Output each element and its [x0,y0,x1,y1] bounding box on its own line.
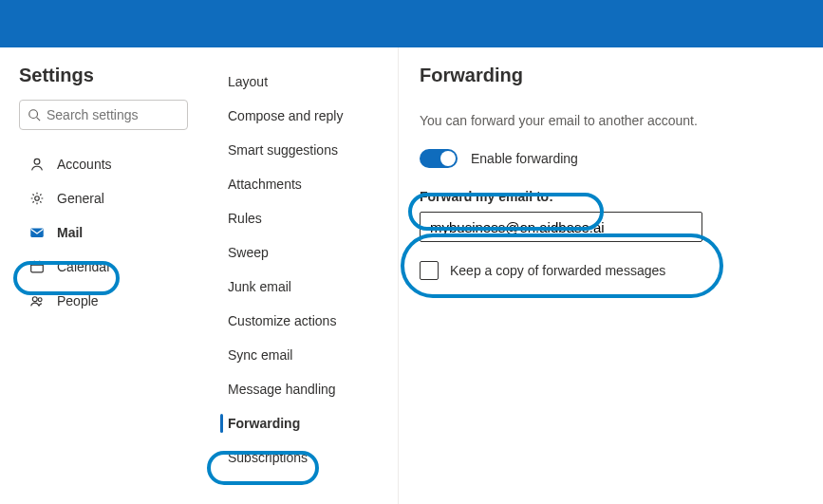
subnav-label: Compose and reply [228,108,343,123]
nav-label: Accounts [57,157,112,172]
subnav-label: Junk email [228,279,291,294]
forwarding-pane: Forwarding You can forward your email to… [399,47,823,504]
svg-point-0 [29,110,38,119]
svg-point-10 [38,298,42,302]
subnav-rules[interactable]: Rules [207,201,398,235]
page-title: Settings [19,65,197,86]
keep-copy-label: Keep a copy of forwarded messages [450,263,665,278]
nav-item-mail[interactable]: Mail [19,215,197,250]
nav-label: Mail [57,225,83,240]
nav-label: People [57,293,99,308]
subnav-label: Smart suggestions [228,142,338,158]
mail-icon [28,224,46,241]
svg-point-2 [34,159,40,164]
gear-icon [28,190,46,207]
settings-sidebar: Settings Accounts General Mail [0,47,207,504]
nav-item-accounts[interactable]: Accounts [19,147,197,181]
settings-window: Settings Accounts General Mail [0,47,823,504]
people-icon [28,292,46,309]
pane-title: Forwarding [420,65,823,86]
nav-item-calendar[interactable]: Calendar [19,250,197,284]
subnav-subscriptions[interactable]: Subscriptions [207,440,398,475]
subnav-attachments[interactable]: Attachments [207,167,398,201]
nav-label: Calendar [57,259,111,274]
pane-description: You can forward your email to another ac… [420,113,823,128]
subnav-junk[interactable]: Junk email [207,270,398,304]
svg-point-3 [35,196,40,201]
subnav-sweep[interactable]: Sweep [207,235,398,270]
nav-item-general[interactable]: General [19,181,197,215]
calendar-icon [28,258,46,275]
subnav-label: Forwarding [228,416,300,431]
forward-to-input[interactable] [420,212,702,242]
search-input[interactable] [47,107,213,122]
subnav-label: Sweep [228,245,269,260]
svg-point-9 [32,297,37,302]
subnav-layout[interactable]: Layout [207,65,398,99]
subnav-label: Customize actions [228,313,336,328]
subnav-label: Message handling [228,382,336,397]
keep-copy-row: Keep a copy of forwarded messages [420,261,823,280]
subnav-label: Layout [228,74,268,89]
toggle-knob [440,151,456,166]
forward-to-label: Forward my email to: [420,189,823,204]
app-topbar [0,0,823,47]
subnav-forwarding[interactable]: Forwarding [207,406,398,440]
mail-subnav: Layout Compose and reply Smart suggestio… [207,47,399,504]
enable-forwarding-toggle[interactable] [420,149,458,168]
enable-forwarding-row: Enable forwarding [420,149,823,168]
svg-rect-5 [31,262,44,272]
person-icon [28,156,46,173]
subnav-compose[interactable]: Compose and reply [207,99,398,133]
toggle-label: Enable forwarding [471,151,578,166]
keep-copy-checkbox[interactable] [420,261,439,280]
subnav-sync[interactable]: Sync email [207,338,398,372]
search-settings[interactable] [19,100,188,130]
subnav-customize[interactable]: Customize actions [207,304,398,338]
search-icon [28,108,41,121]
nav-item-people[interactable]: People [19,284,197,318]
subnav-smart[interactable]: Smart suggestions [207,133,398,167]
subnav-label: Rules [228,211,262,226]
nav-label: General [57,191,104,206]
subnav-label: Attachments [228,177,302,192]
subnav-message-handling[interactable]: Message handling [207,372,398,406]
svg-line-1 [37,118,41,121]
subnav-label: Sync email [228,347,292,363]
subnav-label: Subscriptions [228,450,308,465]
